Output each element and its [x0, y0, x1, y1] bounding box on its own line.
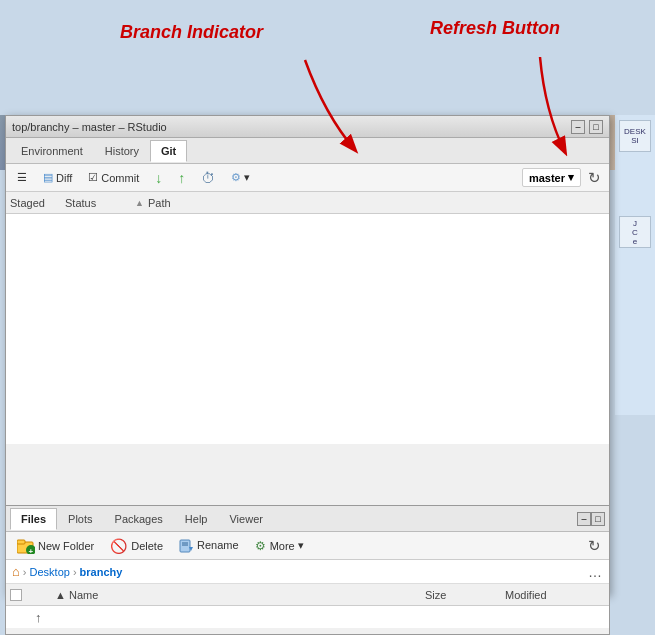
pull-icon: ↓ [155, 170, 162, 186]
breadcrumb-sep-1: › [23, 566, 27, 578]
more-label: More [270, 540, 295, 552]
git-toolbar: ☰ ▤ Diff ☑ Commit ↓ ↑ ⏱ ⚙ ▾ [6, 164, 609, 192]
home-icon[interactable]: ⌂ [12, 564, 20, 579]
desktop-icon-2: JCe [619, 216, 651, 248]
branch-name: master [529, 172, 565, 184]
files-table-header: ▲ Name Size Modified [6, 584, 609, 606]
new-folder-label: New Folder [38, 540, 94, 552]
tab-help[interactable]: Help [174, 508, 219, 530]
staged-column-header: Staged [10, 197, 65, 209]
delete-button[interactable]: 🚫 Delete [103, 535, 170, 557]
size-column-header[interactable]: Size [425, 589, 505, 601]
gear-icon: ⚙ [231, 171, 241, 184]
rename-icon [179, 538, 193, 553]
commit-checkmark-icon: ☑ [88, 171, 98, 184]
diff-label: Diff [56, 172, 72, 184]
table-row[interactable]: ↑ [6, 606, 609, 628]
git-settings-button[interactable]: ⚙ ▾ [224, 168, 257, 187]
select-all-checkbox[interactable] [10, 589, 22, 601]
path-column-label: Path [148, 197, 171, 209]
tab-files[interactable]: Files [10, 508, 57, 530]
diff-icon: ▤ [43, 171, 53, 184]
up-folder-icon: ↑ [35, 610, 55, 625]
files-refresh-icon: ↻ [588, 537, 601, 555]
refresh-button-annotation: Refresh Button [430, 18, 560, 39]
bottom-tab-bar: Files Plots Packages Help Viewer – □ [6, 506, 609, 532]
more-dropdown-arrow: ▾ [298, 539, 304, 552]
more-icon: ⚙ [255, 539, 266, 553]
panel-minimize-button[interactable]: – [577, 512, 591, 526]
panel-menu-button[interactable]: ☰ [10, 168, 34, 187]
commit-button[interactable]: ☑ Commit [81, 168, 146, 187]
tab-history[interactable]: History [94, 140, 150, 162]
pull-button[interactable]: ↓ [148, 167, 169, 189]
tab-plots[interactable]: Plots [57, 508, 103, 530]
git-file-list [6, 214, 609, 444]
breadcrumb-desktop[interactable]: Desktop [30, 566, 70, 578]
files-toolbar: + New Folder 🚫 Delete Rename [6, 532, 609, 560]
new-folder-icon: + [17, 538, 35, 554]
history-button[interactable]: ⏱ [194, 167, 222, 189]
gear-dropdown-arrow: ▾ [244, 171, 250, 184]
tab-packages[interactable]: Packages [104, 508, 174, 530]
path-column-header[interactable]: ▲ Path [135, 197, 605, 209]
branch-arrow [245, 55, 395, 165]
desktop-icon-1: DESK SI [619, 120, 651, 152]
title-text: top/branchy – master – RStudio [12, 121, 167, 133]
delete-label: Delete [131, 540, 163, 552]
new-folder-button[interactable]: + New Folder [10, 535, 101, 557]
modified-column-header[interactable]: Modified [505, 589, 605, 601]
panel-maximize-button[interactable]: □ [591, 512, 605, 526]
history-icon: ⏱ [201, 170, 215, 186]
branch-dropdown-icon: ▾ [568, 171, 574, 184]
branch-indicator-annotation: Branch Indicator [120, 22, 263, 43]
name-column-label: Name [69, 589, 98, 601]
refresh-button[interactable]: ↻ [583, 167, 605, 189]
svg-text:+: + [29, 547, 34, 554]
refresh-icon: ↻ [588, 169, 601, 187]
desktop-sidebar: DESK SI JCe [615, 115, 655, 415]
diff-button[interactable]: ▤ Diff [36, 168, 79, 187]
files-refresh-button[interactable]: ↻ [583, 535, 605, 557]
breadcrumb-sep-2: › [73, 566, 77, 578]
tab-viewer[interactable]: Viewer [218, 508, 273, 530]
files-panel: Files Plots Packages Help Viewer – □ + N… [5, 505, 610, 635]
push-icon: ↑ [178, 170, 185, 186]
more-button[interactable]: ⚙ More ▾ [248, 536, 311, 556]
name-sort-arrow: ▲ [55, 589, 66, 601]
breadcrumb-more-button[interactable]: … [588, 564, 603, 580]
breadcrumb-current[interactable]: branchy [80, 566, 123, 578]
rename-label: Rename [197, 539, 239, 551]
tab-git[interactable]: Git [150, 140, 187, 162]
delete-icon: 🚫 [110, 538, 127, 554]
maximize-button[interactable]: □ [589, 120, 603, 134]
breadcrumb: ⌂ › Desktop › branchy … [6, 560, 609, 584]
svg-rect-1 [17, 540, 25, 544]
tab-environment[interactable]: Environment [10, 140, 94, 162]
git-table-header: Staged Status ▲ Path [6, 192, 609, 214]
rename-button[interactable]: Rename [172, 535, 246, 556]
name-column-header[interactable]: ▲ Name [55, 589, 425, 601]
commit-label: Commit [101, 172, 139, 184]
push-button[interactable]: ↑ [171, 167, 192, 189]
branch-indicator[interactable]: master ▾ [522, 168, 581, 187]
svg-rect-4 [180, 540, 190, 552]
up-arrow-icon: ↑ [35, 610, 42, 625]
sort-arrow-icon: ▲ [135, 198, 144, 208]
panel-menu-icon: ☰ [17, 171, 27, 184]
status-column-header: Status [65, 197, 135, 209]
refresh-arrow [490, 52, 590, 167]
